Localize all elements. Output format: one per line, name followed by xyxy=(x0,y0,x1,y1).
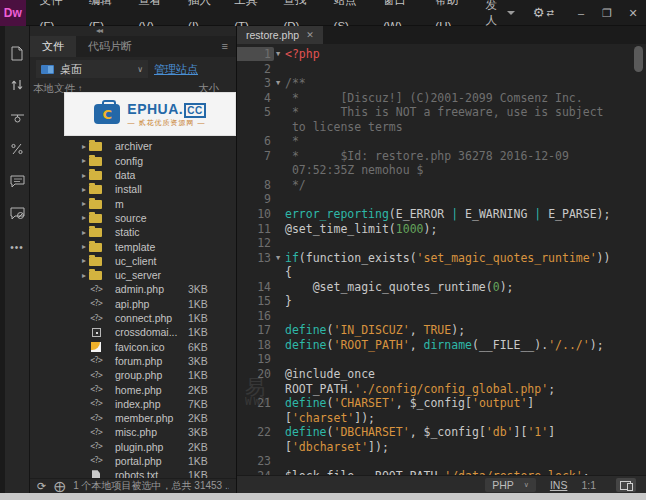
tree-file-row[interactable]: robots.txt1KB xyxy=(30,468,236,478)
tree-file-row[interactable]: <?>forum.php3KB xyxy=(30,354,236,368)
more-ellipsis-icon[interactable]: ••• xyxy=(10,242,24,253)
tree-file-row[interactable]: <?>api.php1KB xyxy=(30,297,236,311)
tree-file-row[interactable]: <?>index.php7KB xyxy=(30,397,236,411)
expand-arrow-icon[interactable]: ▸ xyxy=(79,213,89,222)
fold-arrow-icon[interactable]: ▼ xyxy=(271,251,285,266)
code-line[interactable]: 18define('ROOT_PATH', dirname(__FILE__).… xyxy=(237,338,646,353)
code-line[interactable]: 07:52:35Z nemohou $ xyxy=(237,163,646,178)
code-line[interactable]: to license terms xyxy=(237,120,646,135)
code-line[interactable]: 21define('CHARSET', $_config['output'] xyxy=(237,396,646,411)
file-management-icon[interactable] xyxy=(7,76,27,94)
sync-settings-button[interactable]: ⚙ ⇄ xyxy=(533,5,554,20)
tree-file-row[interactable]: <?>group.php1KB xyxy=(30,368,236,382)
expand-arrow-icon[interactable]: ▸ xyxy=(79,256,89,265)
insert-point-icon[interactable] xyxy=(7,108,27,126)
tree-folder-row[interactable]: ▸template xyxy=(30,239,236,253)
close-icon[interactable]: ✕ xyxy=(306,30,314,40)
manage-sites-link[interactable]: 管理站点 xyxy=(154,62,198,77)
code-line[interactable]: 20@include_once xyxy=(237,367,646,382)
code-link-icon[interactable] xyxy=(7,140,27,158)
code-line[interactable]: 6 * xyxy=(237,134,646,149)
tree-folder-row[interactable]: ▸install xyxy=(30,182,236,196)
code-line[interactable]: 5 * This is NOT a freeware, use is subje… xyxy=(237,105,646,120)
tree-file-row[interactable]: <?>admin.php3KB xyxy=(30,282,236,296)
expand-arrow-icon[interactable]: ▸ xyxy=(79,142,89,151)
tree-folder-row[interactable]: ▸source xyxy=(30,211,236,225)
scrollbar-thumb[interactable] xyxy=(634,46,643,72)
refresh-icon[interactable]: ⟳ xyxy=(37,481,46,491)
code-line[interactable]: 10error_reporting(E_ERROR | E_WARNING | … xyxy=(237,207,646,222)
language-mode-dropdown[interactable]: PHP ∨ xyxy=(485,478,536,492)
comment-icon[interactable] xyxy=(7,172,27,190)
device-preview-icon[interactable] xyxy=(616,478,636,492)
tree-file-row[interactable]: <?>home.php2KB xyxy=(30,382,236,396)
file-name: home.php xyxy=(115,384,188,396)
code-line[interactable]: 23 xyxy=(237,454,646,469)
code-line[interactable]: 13▼if(function_exists('set_magic_quotes_… xyxy=(237,251,646,266)
code-line[interactable]: 8 */ xyxy=(237,178,646,193)
code-line[interactable]: 19 xyxy=(237,352,646,367)
code-line[interactable]: 17define('IN_DISCUZ', TRUE); xyxy=(237,323,646,338)
code-line[interactable]: 22define('DBCHARSET', $_config['db']['1'… xyxy=(237,425,646,440)
tree-file-row[interactable]: <?>plugin.php2KB xyxy=(30,440,236,454)
files-panel: ◂◂ 文件代码片断≡ 桌面 ∨ 管理站点 本地文件 ↑ 大小 ▸archiver… xyxy=(30,26,237,493)
tree-folder-row[interactable]: ▸uc_client xyxy=(30,254,236,268)
tree-file-row[interactable]: <?>member.php2KB xyxy=(30,411,236,425)
code-line[interactable]: { xyxy=(237,265,646,280)
close-button[interactable]: ✕ xyxy=(620,0,646,26)
code-line[interactable]: 11@set_time_limit(1000); xyxy=(237,222,646,237)
tree-folder-row[interactable]: ▸data xyxy=(30,168,236,182)
code-line[interactable]: 7 * $Id: restore.php 36278 2016-12-09 xyxy=(237,149,646,164)
insert-mode-indicator[interactable]: INS xyxy=(550,479,568,491)
code-line[interactable]: 16 xyxy=(237,309,646,324)
code-line[interactable]: 12 xyxy=(237,236,646,251)
maximize-button[interactable]: ❐ xyxy=(594,0,620,26)
panel-tab-files[interactable]: 文件 xyxy=(30,36,76,57)
expand-arrow-icon[interactable]: ▸ xyxy=(79,271,89,280)
code-line[interactable]: 15} xyxy=(237,294,646,309)
code-line[interactable]: ['charset']); xyxy=(237,411,646,426)
site-selector-dropdown[interactable]: 桌面 ∨ xyxy=(36,60,148,78)
expand-arrow-icon[interactable]: ▸ xyxy=(79,242,89,251)
file-size: 3KB xyxy=(188,283,222,295)
panel-tab-snippets[interactable]: 代码片断 xyxy=(76,36,144,57)
code-line[interactable]: 2 xyxy=(237,62,646,77)
code-text: 07:52:35Z nemohou $ xyxy=(285,163,646,178)
tree-folder-row[interactable]: ▸archiver xyxy=(30,139,236,153)
tree-file-row[interactable]: <?>portal.php1KB xyxy=(30,454,236,468)
expand-arrow-icon[interactable]: ▸ xyxy=(79,171,89,180)
tree-folder-row[interactable]: ▸m xyxy=(30,197,236,211)
panel-menu-icon[interactable]: ≡ xyxy=(222,36,236,57)
minimize-button[interactable]: – xyxy=(568,0,594,26)
code-text: ['charset']); xyxy=(285,411,646,426)
code-line[interactable]: 4 * [Discuz!] (C)2001-2099 Comsenz Inc. xyxy=(237,91,646,106)
code-line[interactable]: 14 @set_magic_quotes_runtime(0); xyxy=(237,280,646,295)
code-view[interactable]: 易 WWW 1▼<?php23▼/**4 * [Discuz!] (C)2001… xyxy=(237,44,646,475)
sync-arrows-icon: ⇄ xyxy=(546,8,554,18)
open-documents-icon[interactable] xyxy=(7,44,27,62)
expand-arrow-icon[interactable]: ▸ xyxy=(79,228,89,237)
code-line[interactable]: 9 xyxy=(237,192,646,207)
tree-file-row[interactable]: favicon.ico6KB xyxy=(30,339,236,353)
folder-name: install xyxy=(115,183,236,195)
get-files-globe-icon[interactable]: ⨁ xyxy=(54,481,65,491)
fold-arrow-icon[interactable]: ▼ xyxy=(271,76,285,91)
tree-folder-row[interactable]: ▸config xyxy=(30,154,236,168)
line-number xyxy=(237,382,271,397)
tree-folder-row[interactable]: ▸uc_server xyxy=(30,268,236,282)
expand-arrow-icon[interactable]: ▸ xyxy=(79,156,89,165)
code-line[interactable]: 24$lock_file = ROOT_PATH.'/data/restore.… xyxy=(237,469,646,475)
expand-arrow-icon[interactable]: ▸ xyxy=(79,199,89,208)
tree-file-row[interactable]: <?>misc.php3KB xyxy=(30,425,236,439)
tree-file-row[interactable]: crossdomai...1KB xyxy=(30,325,236,339)
code-line[interactable]: 1▼<?php xyxy=(237,47,646,62)
code-line[interactable]: ROOT_PATH.'./config/config_global.php'; xyxy=(237,382,646,397)
tab-restore-php[interactable]: restore.php ✕ xyxy=(237,26,323,44)
tree-folder-row[interactable]: ▸static xyxy=(30,225,236,239)
tree-file-row[interactable]: <?>connect.php1KB xyxy=(30,311,236,325)
expand-arrow-icon[interactable]: ▸ xyxy=(79,185,89,194)
remove-comment-icon[interactable] xyxy=(7,204,27,222)
code-line[interactable]: ['dbcharset']); xyxy=(237,440,646,455)
code-line[interactable]: 3▼/** xyxy=(237,76,646,91)
panel-collapse-icon[interactable]: ◂◂ xyxy=(30,26,236,36)
